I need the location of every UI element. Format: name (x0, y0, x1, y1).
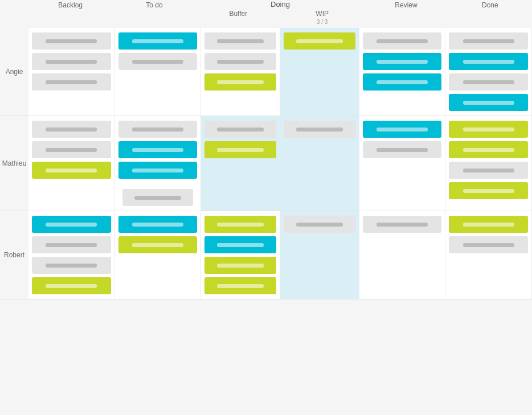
cell-mathieu-buffer (201, 116, 280, 211)
page-wrapper: Backlog To do Doing Buffer WIP 3 / 3 Rev… (0, 0, 532, 299)
col-header-review: Review (364, 0, 448, 26)
card[interactable] (284, 121, 355, 138)
card[interactable] (204, 257, 276, 274)
card[interactable] (363, 53, 442, 70)
card[interactable] (449, 121, 528, 138)
col-header-doing-wrap: Doing Buffer WIP 3 / 3 (197, 0, 365, 26)
card[interactable] (32, 53, 111, 70)
card[interactable] (122, 189, 194, 206)
cell-robert-buffer (201, 211, 280, 299)
card[interactable] (32, 121, 111, 138)
cell-mathieu-backlog (28, 116, 115, 211)
cell-robert-wip (280, 211, 359, 299)
card[interactable] (449, 141, 528, 158)
card[interactable] (284, 32, 355, 50)
cell-robert-todo (115, 211, 202, 299)
card[interactable] (449, 53, 528, 70)
card[interactable] (118, 121, 198, 138)
headers-row: Backlog To do Doing Buffer WIP 3 / 3 Rev… (0, 0, 532, 28)
row-robert: Robert (0, 211, 532, 299)
cell-angie-todo (115, 28, 202, 116)
row-label-mathieu: Mathieu (0, 116, 28, 211)
card[interactable] (118, 53, 198, 70)
cell-angie-wip (280, 28, 359, 116)
card[interactable] (118, 236, 198, 253)
cell-mathieu-todo (115, 116, 202, 211)
cell-mathieu-wip (280, 116, 359, 211)
card[interactable] (204, 32, 276, 50)
cell-angie-review (359, 28, 446, 116)
card[interactable] (204, 73, 276, 91)
card[interactable] (32, 73, 111, 91)
card[interactable] (118, 162, 198, 179)
col-header-doing-label: Doing (197, 0, 365, 10)
card[interactable] (32, 216, 111, 233)
col-header-buffer: Buffer (197, 10, 280, 26)
card[interactable] (32, 32, 111, 50)
col-header-done: Done (448, 0, 532, 26)
col-header-wip: WIP 3 / 3 (280, 10, 364, 26)
row-mathieu: Mathieu (0, 116, 532, 211)
cell-robert-doing-wrap (201, 211, 359, 299)
card[interactable] (32, 257, 111, 274)
cell-robert-backlog (28, 211, 115, 299)
card[interactable] (363, 121, 442, 138)
card[interactable] (363, 32, 442, 50)
cell-mathieu-done (445, 116, 532, 211)
card[interactable] (204, 216, 276, 233)
card[interactable] (204, 277, 276, 294)
card[interactable] (118, 141, 198, 158)
card[interactable] (449, 216, 528, 233)
wip-label: WIP (316, 10, 329, 18)
cell-angie-doing-wrap (201, 28, 359, 116)
card[interactable] (118, 32, 198, 50)
row-label-angie: Angie (0, 28, 28, 116)
card[interactable] (204, 53, 276, 70)
cell-robert-review (359, 211, 446, 299)
card[interactable] (32, 162, 111, 179)
col-header-backlog: Backlog (28, 0, 112, 26)
cell-angie-buffer (201, 28, 280, 116)
card[interactable] (363, 141, 442, 158)
cell-robert-done (445, 211, 532, 299)
card[interactable] (204, 141, 276, 158)
cell-mathieu-review (359, 116, 446, 211)
cell-angie-done (445, 28, 532, 116)
card[interactable] (449, 73, 528, 91)
doing-sub-headers: Buffer WIP 3 / 3 (197, 10, 365, 26)
card[interactable] (449, 162, 528, 179)
card[interactable] (449, 236, 528, 253)
card[interactable] (449, 182, 528, 199)
card[interactable] (32, 141, 111, 158)
wip-count: 3 / 3 (317, 19, 328, 25)
row-label-robert: Robert (0, 211, 28, 299)
card[interactable] (32, 236, 111, 253)
cell-mathieu-doing-wrap (201, 116, 359, 211)
card[interactable] (363, 73, 442, 91)
card[interactable] (204, 236, 276, 253)
data-section: Angie (0, 28, 532, 299)
col-header-todo: To do (112, 0, 196, 26)
card[interactable] (449, 32, 528, 50)
card[interactable] (284, 216, 355, 233)
card[interactable] (363, 216, 442, 233)
card[interactable] (449, 94, 528, 111)
card[interactable] (118, 216, 198, 233)
header-spacer (0, 0, 28, 26)
card[interactable] (32, 277, 111, 294)
card[interactable] (204, 121, 276, 138)
cell-angie-backlog (28, 28, 115, 116)
row-angie: Angie (0, 28, 532, 116)
